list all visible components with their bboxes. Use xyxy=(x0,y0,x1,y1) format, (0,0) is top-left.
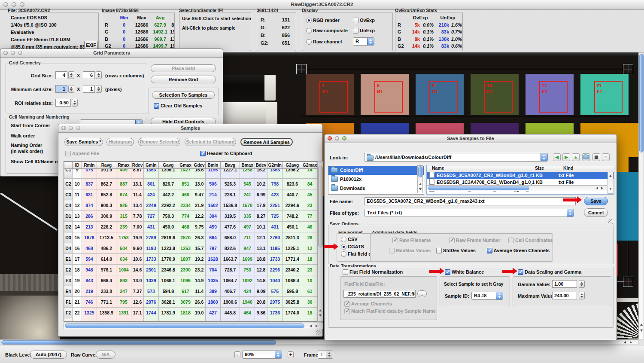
cancel-button[interactable]: Cancel xyxy=(584,208,608,217)
samples-col-header[interactable]: Rdev xyxy=(131,162,143,169)
frame-spinner[interactable]: 1 xyxy=(318,351,333,359)
min-cell-x-input[interactable]: 1 xyxy=(55,85,67,93)
samples-col-header[interactable]: Gavg xyxy=(158,162,178,169)
table-row[interactable]: E117594614.063410.617331770.9180719.2162… xyxy=(64,254,318,265)
places-scrollbar[interactable] xyxy=(417,165,423,193)
samples-button-remove-selected[interactable]: Remove Selected xyxy=(138,138,180,146)
scroll-up-arrow[interactable] xyxy=(609,175,612,177)
samples-button-histogram[interactable]: Histogram xyxy=(106,138,134,146)
checkbox-min-max-values[interactable]: Min/Max Values xyxy=(389,248,431,253)
scrollbar-thumb[interactable] xyxy=(428,186,529,190)
samples-col-header[interactable]: ID xyxy=(73,162,82,169)
scroll-down-arrow[interactable] xyxy=(419,188,422,190)
maximum-value-input[interactable]: 243.00 xyxy=(552,292,577,299)
scroll-up-arrow[interactable] xyxy=(419,183,422,185)
row-label[interactable]: D3 xyxy=(64,232,73,243)
samples-col-header[interactable]: G2avg xyxy=(283,162,302,169)
scrollbar-thumb[interactable] xyxy=(639,54,644,153)
scrollbar-thumb[interactable] xyxy=(1,340,276,345)
samples-col-header[interactable]: Rmin xyxy=(82,162,97,169)
samples-button-remove-all-samples[interactable]: Remove All Samples xyxy=(240,138,293,146)
table-row[interactable]: F121746771.179512.629763028.1307926.6186… xyxy=(64,297,318,308)
data-scaling-checkbox[interactable]: Data Scaling and Gamma xyxy=(518,269,581,275)
row-label[interactable]: D1 xyxy=(64,211,73,222)
zoom-in-button[interactable]: + xyxy=(288,351,294,358)
samples-col-header[interactable]: G2min xyxy=(267,162,283,169)
grid-cols-input[interactable]: 6 xyxy=(83,71,95,79)
format-radio-csv[interactable]: CSV xyxy=(341,237,358,242)
samples-col-header[interactable]: Gmin xyxy=(144,162,158,169)
scroll-right-arrow[interactable] xyxy=(601,187,603,189)
flatfield-datafile-input[interactable]: _Z35_rotation/Df_Z35_02_NEF.ffd xyxy=(343,290,416,298)
grid-rows-stepper[interactable] xyxy=(68,71,74,79)
samples-col-header[interactable]: Gmax xyxy=(178,162,193,169)
samples-horizontal-scrollbar[interactable] xyxy=(64,323,323,329)
header-to-clipboard-checkbox[interactable]: Header to Clipboard xyxy=(200,151,252,156)
scroll-left-arrow[interactable] xyxy=(310,325,312,327)
table-row[interactable]: C210837862.788713.1801826.785113.0506526… xyxy=(64,179,318,189)
samples-col-header[interactable] xyxy=(64,162,73,169)
grid-cols-stepper[interactable] xyxy=(96,71,102,79)
row-label[interactable]: D2 xyxy=(64,222,73,232)
row-label[interactable]: C1 xyxy=(64,169,73,179)
gamma-input[interactable]: 1.00 xyxy=(552,280,577,288)
scroll-down-arrow[interactable] xyxy=(609,188,612,190)
scroll-right-arrow[interactable] xyxy=(316,325,318,327)
table-row[interactable]: E319843868.489313.010391068.1109614.9103… xyxy=(64,275,318,286)
raw-channel-select[interactable]: R xyxy=(353,37,374,46)
row-label[interactable]: C4 xyxy=(64,200,73,211)
scroll-down-arrow[interactable] xyxy=(640,329,643,332)
grid-corner-handle[interactable] xyxy=(623,277,633,287)
place-item-downloads[interactable]: Downloads xyxy=(328,184,424,193)
icon-view-button[interactable]: ▦ xyxy=(592,153,600,161)
samples-col-header[interactable]: Bdev xyxy=(255,162,267,169)
save-dialog-titlebar[interactable]: Save Samples to File xyxy=(325,134,617,143)
min-cell-y-stepper[interactable] xyxy=(96,85,102,93)
table-row[interactable]: C412874900.392513.422492292.2233421.9150… xyxy=(64,200,318,211)
checkbox-average-green-channels[interactable]: Average Green Channels xyxy=(487,248,550,253)
browse-flatfield-button[interactable]: .. xyxy=(417,290,427,297)
row-label[interactable]: E1 xyxy=(64,254,73,265)
radio-rgb-render[interactable]: RGB render xyxy=(306,18,340,23)
samples-window-titlebar[interactable]: Samples xyxy=(58,124,322,133)
white-balance-checkbox[interactable]: White Balance xyxy=(445,269,484,275)
scrollbar-thumb[interactable] xyxy=(318,166,323,247)
table-row[interactable]: D31516761713.5175319.927692819.6287026.3… xyxy=(64,232,318,243)
new-folder-button[interactable] xyxy=(582,153,590,161)
append-file-checkbox[interactable]: Append File xyxy=(65,151,99,156)
average-channels-checkbox[interactable]: Average Channels xyxy=(344,301,392,307)
scrollbar-thumb[interactable] xyxy=(65,323,304,328)
grid-corner-handle[interactable] xyxy=(296,64,307,74)
checkbox-raw-frame-number[interactable]: Raw Frame Number xyxy=(449,238,500,243)
file-list-h-scrollbar[interactable] xyxy=(427,185,607,191)
scroll-down-arrow[interactable] xyxy=(319,314,322,317)
row-label[interactable]: C3 xyxy=(64,189,73,200)
row-label[interactable]: F3 xyxy=(64,318,73,322)
row-label[interactable]: E2 xyxy=(64,265,73,275)
table-row[interactable]: C311631652.867411.4424442.24609.47214228… xyxy=(64,189,318,200)
samples-button-selected-to-clipboard[interactable]: Selected to Clipboard xyxy=(185,138,236,146)
min-cell-x-stepper[interactable] xyxy=(68,85,74,93)
scroll-up-arrow[interactable] xyxy=(319,309,322,311)
checkbox-stddev-values[interactable]: StdDev Values xyxy=(436,248,476,253)
scroll-left-arrow[interactable] xyxy=(624,341,626,344)
resize-grip[interactable] xyxy=(608,219,613,224)
forward-button[interactable]: ▶ xyxy=(562,153,570,161)
flat-field-normalization-checkbox[interactable]: Flat Field Normalization xyxy=(343,269,403,275)
column-name[interactable]: Name xyxy=(432,165,444,171)
files-of-type-select[interactable]: Text Files (*.txt) xyxy=(365,209,574,217)
table-row[interactable]: E420219233.02477.37573594.861711.4389406… xyxy=(64,286,318,297)
main-vertical-scrollbar[interactable] xyxy=(638,52,644,339)
radio-raw-channel[interactable]: Raw channel xyxy=(306,39,342,45)
sample-id-select[interactable]: B4 #8 xyxy=(471,292,503,300)
roi-size-stepper[interactable] xyxy=(72,99,78,107)
file-name-input[interactable]: EOS5DS_3C5A0072_CR2_WBonB4_g1.0_max243.t… xyxy=(365,197,576,205)
scroll-up-arrow[interactable] xyxy=(640,323,643,326)
table-row[interactable]: F323292308.83248.2717751812.2185019.6152… xyxy=(64,318,318,322)
row-label[interactable]: C2 xyxy=(64,179,73,189)
checkbox-cell-coordinates[interactable]: Cell Coordinates xyxy=(508,238,553,243)
match-flatfield-checkbox[interactable]: Match FlatField data by Sample Name xyxy=(344,308,436,314)
zoom-level-select[interactable]: 60% xyxy=(242,351,282,359)
column-kind[interactable]: Kind xyxy=(563,165,573,171)
maximum-value-stepper[interactable] xyxy=(579,292,585,299)
